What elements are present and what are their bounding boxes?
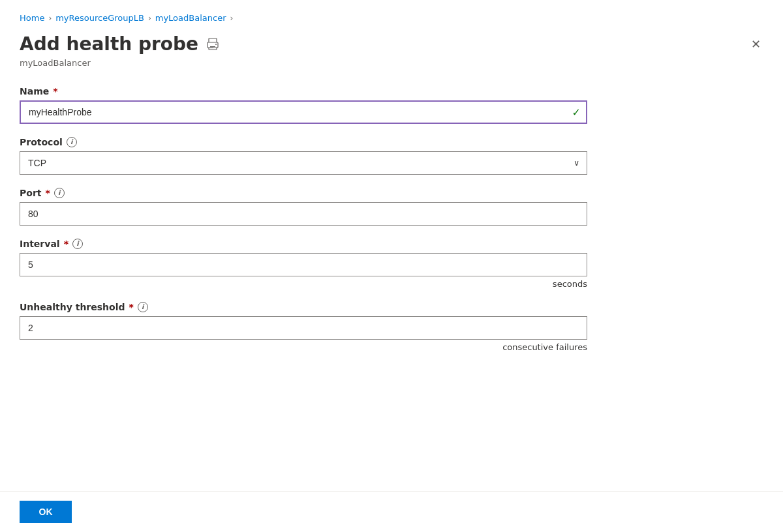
port-label: Port * i xyxy=(20,188,587,198)
ok-button[interactable]: OK xyxy=(20,501,72,523)
breadcrumb-resource-group[interactable]: myResourceGroupLB xyxy=(55,13,144,23)
breadcrumb-separator-1: › xyxy=(48,14,52,23)
threshold-required-star: * xyxy=(129,302,134,312)
page-title: Add health probe xyxy=(20,33,198,55)
form-section: Name * ✓ Protocol i TCP HTTP HTTPS ∨ xyxy=(20,86,587,352)
page-subtitle: myLoadBalancer xyxy=(20,58,763,68)
breadcrumb-separator-2: › xyxy=(148,14,151,23)
threshold-group: Unhealthy threshold * i consecutive fail… xyxy=(20,302,587,352)
protocol-select-wrapper: TCP HTTP HTTPS ∨ xyxy=(20,151,587,175)
interval-group: Interval * i seconds xyxy=(20,239,587,289)
interval-suffix: seconds xyxy=(20,279,587,289)
name-label: Name * xyxy=(20,86,587,96)
protocol-select[interactable]: TCP HTTP HTTPS xyxy=(20,151,587,175)
name-group: Name * ✓ xyxy=(20,86,587,124)
breadcrumb-home[interactable]: Home xyxy=(20,13,44,23)
svg-rect-3 xyxy=(210,46,215,47)
svg-rect-4 xyxy=(210,48,213,48)
threshold-suffix: consecutive failures xyxy=(20,342,587,352)
header-row: Add health probe ✕ xyxy=(20,33,763,55)
threshold-label: Unhealthy threshold * i xyxy=(20,302,587,312)
port-required-star: * xyxy=(45,188,50,198)
svg-point-5 xyxy=(215,44,217,45)
interval-info-icon[interactable]: i xyxy=(72,239,83,249)
print-icon[interactable] xyxy=(206,38,219,51)
port-group: Port * i xyxy=(20,188,587,226)
port-info-icon[interactable]: i xyxy=(54,188,65,198)
breadcrumb-separator-3: › xyxy=(230,14,233,23)
threshold-input[interactable] xyxy=(20,316,587,340)
interval-input[interactable] xyxy=(20,253,587,276)
port-input[interactable] xyxy=(20,202,587,226)
protocol-info-icon[interactable]: i xyxy=(67,137,77,147)
threshold-info-icon[interactable]: i xyxy=(138,302,148,312)
breadcrumb: Home › myResourceGroupLB › myLoadBalance… xyxy=(20,13,763,23)
header-left: Add health probe xyxy=(20,33,219,55)
close-button[interactable]: ✕ xyxy=(748,35,763,53)
name-check-icon: ✓ xyxy=(572,106,581,118)
breadcrumb-load-balancer[interactable]: myLoadBalancer xyxy=(155,13,226,23)
protocol-group: Protocol i TCP HTTP HTTPS ∨ xyxy=(20,137,587,175)
interval-required-star: * xyxy=(64,239,69,249)
name-required-star: * xyxy=(53,86,57,96)
footer: OK xyxy=(0,491,783,532)
name-input-wrapper: ✓ xyxy=(20,100,587,124)
protocol-label: Protocol i xyxy=(20,137,587,147)
name-input[interactable] xyxy=(20,100,587,124)
interval-label: Interval * i xyxy=(20,239,587,249)
page-container: Home › myResourceGroupLB › myLoadBalance… xyxy=(0,0,783,532)
